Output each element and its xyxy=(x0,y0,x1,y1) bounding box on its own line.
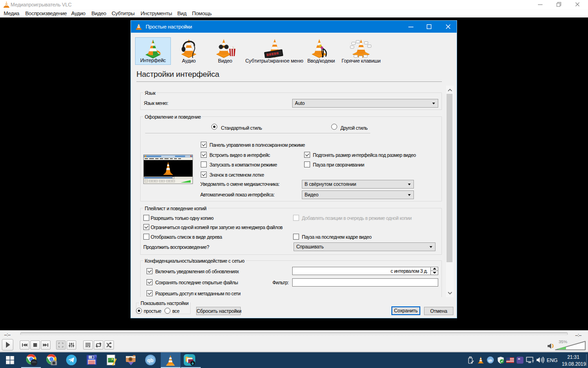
svg-text:qb: qb xyxy=(488,359,492,362)
svg-text:”: ” xyxy=(518,357,520,363)
svg-text:35%: 35% xyxy=(559,339,568,344)
svg-text:qb: qb xyxy=(147,357,154,363)
